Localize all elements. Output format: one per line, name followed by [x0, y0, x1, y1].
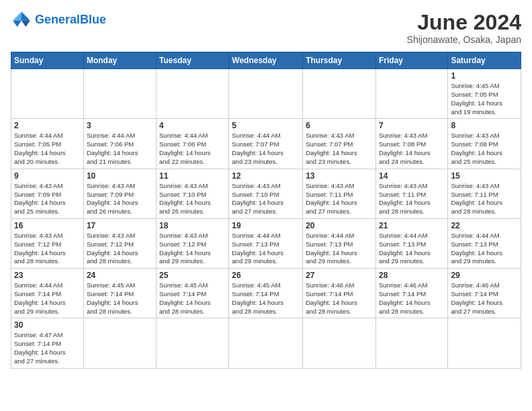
- day-info: Sunrise: 4:44 AM Sunset: 7:05 PM Dayligh…: [14, 132, 81, 166]
- calendar-day-cell: [11, 69, 84, 119]
- calendar-day-cell: 5Sunrise: 4:44 AM Sunset: 7:07 PM Daylig…: [229, 119, 303, 169]
- calendar-day-cell: [375, 318, 447, 368]
- calendar-day-cell: 6Sunrise: 4:43 AM Sunset: 7:07 PM Daylig…: [303, 119, 376, 169]
- day-info: Sunrise: 4:45 AM Sunset: 7:14 PM Dayligh…: [87, 281, 153, 316]
- calendar-day-cell: 16Sunrise: 4:43 AM Sunset: 7:12 PM Dayli…: [11, 218, 84, 268]
- calendar-week-row: 16Sunrise: 4:43 AM Sunset: 7:12 PM Dayli…: [11, 218, 521, 268]
- calendar-day-cell: 17Sunrise: 4:43 AM Sunset: 7:12 PM Dayli…: [83, 218, 156, 268]
- day-info: Sunrise: 4:45 AM Sunset: 7:05 PM Dayligh…: [451, 82, 518, 116]
- day-info: Sunrise: 4:43 AM Sunset: 7:09 PM Dayligh…: [14, 182, 81, 216]
- day-number: 30: [14, 320, 81, 330]
- day-info: Sunrise: 4:43 AM Sunset: 7:10 PM Dayligh…: [232, 182, 300, 216]
- calendar-day-cell: 15Sunrise: 4:43 AM Sunset: 7:11 PM Dayli…: [448, 169, 521, 218]
- day-number: 1: [451, 71, 518, 81]
- day-number: 26: [232, 271, 300, 280]
- day-info: Sunrise: 4:43 AM Sunset: 7:12 PM Dayligh…: [14, 232, 81, 266]
- day-info: Sunrise: 4:46 AM Sunset: 7:14 PM Dayligh…: [379, 281, 445, 316]
- day-number: 7: [379, 121, 445, 130]
- calendar-day-cell: [303, 318, 376, 368]
- day-info: Sunrise: 4:43 AM Sunset: 7:11 PM Dayligh…: [306, 182, 373, 216]
- day-number: 5: [232, 121, 300, 130]
- weekday-header-cell: Sunday: [11, 52, 84, 69]
- calendar-day-cell: 30Sunrise: 4:47 AM Sunset: 7:14 PM Dayli…: [11, 318, 84, 368]
- calendar-day-cell: [448, 318, 521, 368]
- logo-general: General: [35, 13, 80, 26]
- calendar-day-cell: [375, 69, 447, 119]
- calendar-day-cell: 12Sunrise: 4:43 AM Sunset: 7:10 PM Dayli…: [229, 169, 303, 218]
- day-number: 16: [14, 221, 81, 230]
- day-info: Sunrise: 4:43 AM Sunset: 7:08 PM Dayligh…: [379, 132, 445, 166]
- calendar-day-cell: 11Sunrise: 4:43 AM Sunset: 7:10 PM Dayli…: [157, 169, 229, 218]
- day-info: Sunrise: 4:43 AM Sunset: 7:11 PM Dayligh…: [451, 182, 518, 216]
- day-info: Sunrise: 4:44 AM Sunset: 7:06 PM Dayligh…: [87, 132, 153, 166]
- day-info: Sunrise: 4:44 AM Sunset: 7:13 PM Dayligh…: [451, 232, 518, 266]
- day-number: 2: [14, 121, 81, 130]
- day-number: 14: [379, 171, 445, 181]
- day-info: Sunrise: 4:44 AM Sunset: 7:13 PM Dayligh…: [306, 232, 373, 266]
- calendar-day-cell: 23Sunrise: 4:44 AM Sunset: 7:14 PM Dayli…: [11, 269, 84, 318]
- month-title: June 2024: [407, 11, 521, 34]
- day-info: Sunrise: 4:45 AM Sunset: 7:14 PM Dayligh…: [159, 281, 226, 316]
- svg-marker-2: [13, 12, 21, 21]
- day-number: 17: [87, 221, 153, 230]
- day-number: 8: [451, 121, 518, 130]
- weekday-header-cell: Thursday: [303, 52, 376, 69]
- calendar-day-cell: 8Sunrise: 4:43 AM Sunset: 7:08 PM Daylig…: [448, 119, 521, 169]
- svg-marker-3: [13, 20, 21, 27]
- calendar-day-cell: 3Sunrise: 4:44 AM Sunset: 7:06 PM Daylig…: [83, 119, 156, 169]
- calendar-week-row: 2Sunrise: 4:44 AM Sunset: 7:05 PM Daylig…: [11, 119, 521, 169]
- calendar-day-cell: 25Sunrise: 4:45 AM Sunset: 7:14 PM Dayli…: [157, 269, 229, 318]
- calendar-week-row: 23Sunrise: 4:44 AM Sunset: 7:14 PM Dayli…: [11, 269, 521, 318]
- svg-marker-0: [21, 12, 30, 21]
- calendar-day-cell: 26Sunrise: 4:45 AM Sunset: 7:14 PM Dayli…: [229, 269, 303, 318]
- day-info: Sunrise: 4:44 AM Sunset: 7:06 PM Dayligh…: [159, 132, 226, 166]
- day-info: Sunrise: 4:46 AM Sunset: 7:14 PM Dayligh…: [306, 281, 373, 316]
- day-info: Sunrise: 4:43 AM Sunset: 7:11 PM Dayligh…: [379, 182, 445, 216]
- calendar-day-cell: 18Sunrise: 4:43 AM Sunset: 7:12 PM Dayli…: [157, 218, 229, 268]
- weekday-header-cell: Wednesday: [229, 52, 303, 69]
- day-info: Sunrise: 4:43 AM Sunset: 7:12 PM Dayligh…: [87, 232, 153, 266]
- day-number: 25: [159, 271, 226, 280]
- svg-marker-1: [21, 20, 30, 27]
- day-number: 23: [14, 271, 81, 280]
- day-number: 4: [159, 121, 226, 130]
- day-number: 20: [306, 221, 373, 230]
- logo: GeneralBlue: [11, 11, 106, 30]
- calendar-day-cell: 14Sunrise: 4:43 AM Sunset: 7:11 PM Dayli…: [375, 169, 447, 218]
- calendar-day-cell: 29Sunrise: 4:46 AM Sunset: 7:14 PM Dayli…: [448, 269, 521, 318]
- day-info: Sunrise: 4:44 AM Sunset: 7:13 PM Dayligh…: [232, 232, 300, 266]
- day-number: 24: [87, 271, 153, 280]
- calendar-day-cell: 21Sunrise: 4:44 AM Sunset: 7:13 PM Dayli…: [375, 218, 447, 268]
- calendar-week-row: 9Sunrise: 4:43 AM Sunset: 7:09 PM Daylig…: [11, 169, 521, 218]
- calendar-day-cell: 27Sunrise: 4:46 AM Sunset: 7:14 PM Dayli…: [303, 269, 376, 318]
- calendar-day-cell: 13Sunrise: 4:43 AM Sunset: 7:11 PM Dayli…: [303, 169, 376, 218]
- day-number: 21: [379, 221, 445, 230]
- title-area: June 2024 Shijonawate, Osaka, Japan: [407, 11, 521, 45]
- calendar-day-cell: 10Sunrise: 4:43 AM Sunset: 7:09 PM Dayli…: [83, 169, 156, 218]
- calendar-day-cell: [303, 69, 376, 119]
- day-number: 12: [232, 171, 300, 181]
- day-info: Sunrise: 4:44 AM Sunset: 7:07 PM Dayligh…: [232, 132, 300, 166]
- weekday-header-cell: Monday: [83, 52, 156, 69]
- calendar-day-cell: 2Sunrise: 4:44 AM Sunset: 7:05 PM Daylig…: [11, 119, 84, 169]
- day-info: Sunrise: 4:44 AM Sunset: 7:14 PM Dayligh…: [14, 281, 81, 316]
- day-number: 3: [87, 121, 153, 130]
- calendar-day-cell: 1Sunrise: 4:45 AM Sunset: 7:05 PM Daylig…: [448, 69, 521, 119]
- calendar-day-cell: 9Sunrise: 4:43 AM Sunset: 7:09 PM Daylig…: [11, 169, 84, 218]
- calendar-day-cell: [229, 318, 303, 368]
- day-info: Sunrise: 4:44 AM Sunset: 7:13 PM Dayligh…: [379, 232, 445, 266]
- day-number: 9: [14, 171, 81, 181]
- day-info: Sunrise: 4:43 AM Sunset: 7:07 PM Dayligh…: [306, 132, 373, 166]
- calendar-body: 1Sunrise: 4:45 AM Sunset: 7:05 PM Daylig…: [11, 69, 521, 369]
- weekday-header-cell: Saturday: [448, 52, 521, 69]
- logo-icon: [11, 11, 32, 30]
- calendar-day-cell: 24Sunrise: 4:45 AM Sunset: 7:14 PM Dayli…: [83, 269, 156, 318]
- calendar-day-cell: [229, 69, 303, 119]
- day-info: Sunrise: 4:43 AM Sunset: 7:09 PM Dayligh…: [87, 182, 153, 216]
- calendar-day-cell: [157, 318, 229, 368]
- calendar-week-row: 30Sunrise: 4:47 AM Sunset: 7:14 PM Dayli…: [11, 318, 521, 368]
- day-number: 6: [306, 121, 373, 130]
- calendar-day-cell: [83, 318, 156, 368]
- day-number: 29: [451, 271, 518, 280]
- weekday-header-row: SundayMondayTuesdayWednesdayThursdayFrid…: [11, 52, 521, 69]
